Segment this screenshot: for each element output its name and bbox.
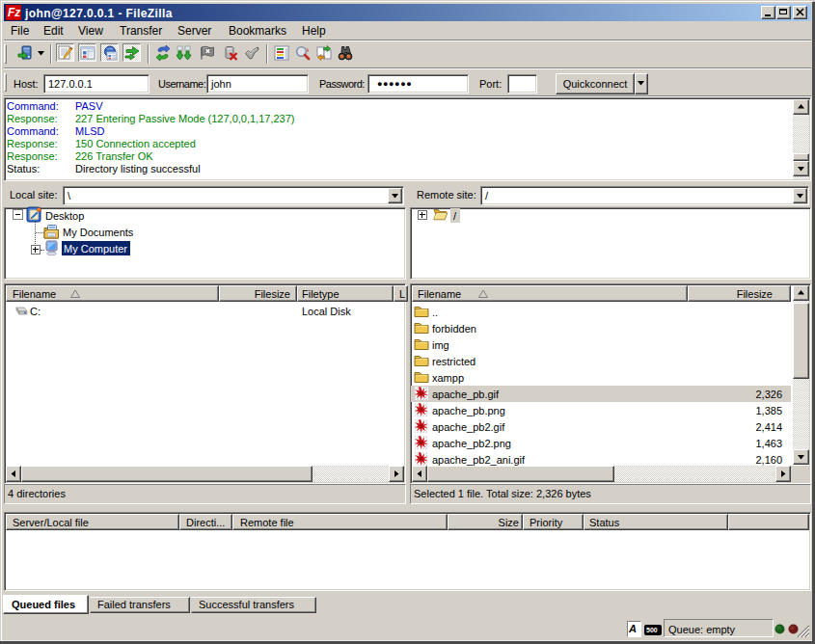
svg-text:Fz: Fz [8,6,20,19]
